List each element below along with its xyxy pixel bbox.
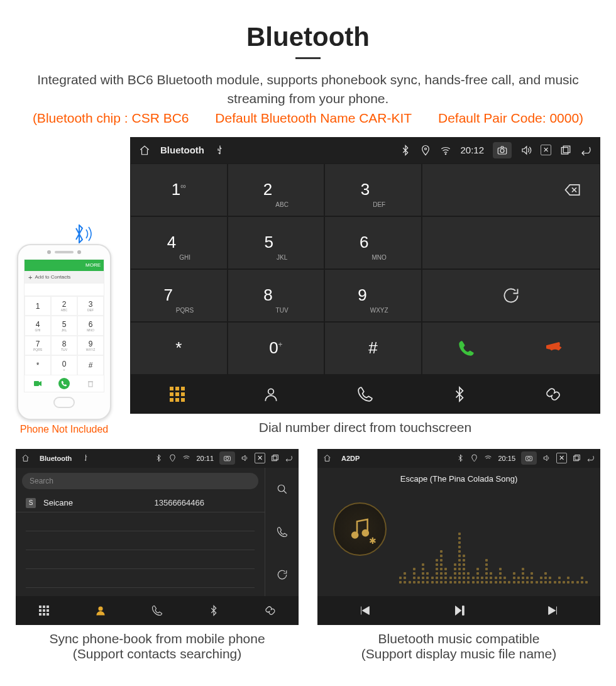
recent-apps-icon[interactable] [560,145,571,156]
back-icon[interactable] [586,454,595,462]
camera-icon[interactable] [219,451,235,465]
key-1[interactable]: 1∞ [130,163,228,216]
key-9[interactable]: 9WXYZ [324,269,422,322]
app-title: Bluetooth [160,145,204,155]
music-headunit: A2DP 20:15 ✕ Escape (The Pina Colada Son… [317,449,600,625]
mute-icon[interactable]: ✕ [541,145,551,155]
page-desc: Integrated with BC6 Bluetooth module, su… [0,70,616,109]
phone-key: 4GHI [25,316,51,336]
phone-add-contacts: Add to Contacts [25,271,104,284]
back-icon[interactable] [580,145,591,156]
key-4[interactable]: 4GHI [130,216,228,269]
page-title: Bluetooth [0,22,616,52]
svg-rect-18 [575,455,580,460]
volume-icon[interactable] [520,145,532,156]
volume-icon[interactable] [542,454,551,462]
backspace-button[interactable] [422,163,600,216]
svg-rect-17 [574,456,579,462]
nav-pair-button[interactable] [506,375,600,414]
back-icon[interactable] [285,454,293,462]
title-underline [295,57,321,59]
wifi-icon [484,454,492,462]
key-7[interactable]: 7PQRS [130,269,228,322]
nav-keypad-button[interactable] [16,596,72,625]
contact-row[interactable]: S Seicane 13566664466 [16,494,265,512]
home-icon[interactable] [323,454,331,462]
status-bar: Bluetooth 20:12 ✕ [130,137,600,163]
side-call-button[interactable] [265,511,299,553]
phone-keypad: 12ABC3DEF4GHI5JKL6MNO7PQRS8TUV9WXYZ*0+# [25,296,104,375]
mute-icon[interactable]: ✕ [255,453,265,463]
key-3[interactable]: 3DEF [324,163,422,216]
svg-rect-12 [273,455,278,460]
contacts-caption: Sync phone-book from mobile phone (Suppo… [16,631,299,661]
dialer-headunit: Bluetooth 20:12 ✕ 1∞2ABC3DEF4GHI5JKL6MNO… [130,137,600,414]
key-0[interactable]: 0+ [228,322,325,375]
recent-apps-icon[interactable] [271,454,279,462]
hangup-button[interactable] [511,340,600,357]
equalizer-visual [399,506,588,584]
usb-icon [82,454,90,462]
next-track-button[interactable] [506,596,600,625]
side-search-button[interactable] [265,468,299,511]
wifi-icon [182,454,190,462]
svg-rect-6 [561,147,568,154]
volume-icon[interactable] [241,454,249,462]
nav-keypad-button[interactable] [130,375,224,414]
prev-track-button[interactable] [317,596,412,625]
nav-bluetooth-button[interactable] [185,596,242,625]
phone-mockup: MORE Add to Contacts 12ABC3DEF4GHI5JKL6M… [16,224,113,435]
svg-point-8 [268,389,274,394]
location-icon [420,145,431,156]
nav-contacts-button[interactable] [224,375,319,414]
nav-contacts-button[interactable] [72,596,129,625]
call-button[interactable] [422,340,511,357]
svg-point-2 [425,148,427,150]
location-icon [470,454,478,462]
track-title: Escape (The Pina Colada Song) [400,474,517,484]
mute-icon[interactable]: ✕ [556,453,567,463]
key-8[interactable]: 8TUV [228,269,325,322]
clock: 20:12 [460,145,484,155]
keypad: 1∞2ABC3DEF4GHI5JKL6MNO7PQRS8TUV9WXYZ*0+# [130,163,422,375]
svg-rect-1 [89,382,92,387]
location-icon [168,454,177,462]
dialer-caption: Dial number direct from touchscreen [130,420,600,435]
home-icon[interactable] [21,454,30,462]
search-input[interactable]: Search [22,473,258,489]
nav-calls-button[interactable] [129,596,185,625]
camera-icon[interactable] [521,451,537,465]
key-*[interactable]: * [130,322,228,375]
bottom-nav [130,375,600,414]
play-pause-button[interactable] [412,596,506,625]
wifi-icon [440,145,451,156]
svg-rect-11 [272,456,277,462]
svg-point-16 [527,457,530,460]
music-caption: Bluetooth music compatible (Support disp… [317,631,600,661]
nav-pair-button[interactable] [242,596,299,625]
camera-icon[interactable] [493,142,512,158]
phone-call-icon [58,378,70,389]
phone-not-included-label: Phone Not Included [16,424,113,435]
key-2[interactable]: 2ABC [228,163,325,216]
svg-point-14 [99,607,102,611]
key-#[interactable]: # [324,322,422,375]
side-sync-button[interactable] [265,553,299,596]
phone-key: 6MNO [77,316,104,336]
svg-rect-0 [34,381,39,386]
svg-point-3 [446,153,447,155]
album-art-icon: ✱ [333,502,387,556]
home-icon[interactable] [139,145,150,156]
recent-apps-icon[interactable] [573,454,581,462]
phone-delete-icon [77,375,104,392]
svg-point-5 [500,149,504,153]
key-6[interactable]: 6MNO [324,216,422,269]
bluetooth-signal-icon [16,224,113,246]
nav-bluetooth-button[interactable] [412,375,507,414]
bluetooth-icon [400,145,411,156]
nav-calls-button[interactable] [318,375,412,414]
svg-point-10 [226,457,228,460]
key-5[interactable]: 5JKL [228,216,325,269]
phone-key: 5JKL [51,316,77,336]
history-button[interactable] [422,269,600,322]
